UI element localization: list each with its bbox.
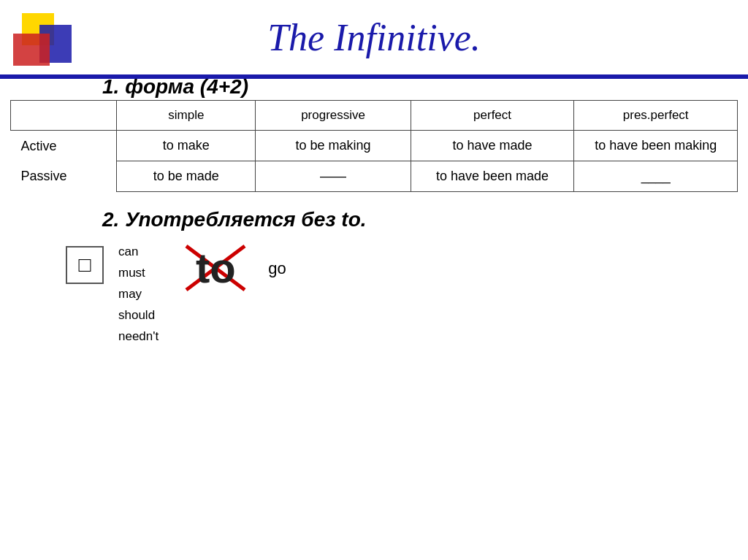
go-word: go [268,259,286,278]
active-voice-label: Active [11,131,117,161]
modal-word-must: must [118,263,159,284]
crossed-to-symbol: to [179,239,252,297]
modal-word-should: should [118,305,159,326]
header-simple: simple [117,101,256,131]
modal-word-neednt: needn't [118,326,159,348]
header-progressive: progressive [256,101,411,131]
blue-divider [0,74,748,79]
passive-perfect: to have been made [411,161,574,192]
deco-red-square [13,34,50,66]
infinitive-table: simple progressive perfect pres.perfect … [10,100,738,192]
modal-words-list: can must may should needn't [118,242,159,347]
header-pres-perfect: pres.perfect [574,101,738,131]
table-row-passive: Passive to be made —— to have been made … [11,161,738,192]
passive-progressive: —— [256,161,411,192]
active-perfect: to have made [411,131,574,161]
infinitive-table-wrapper: simple progressive perfect pres.perfect … [0,100,748,192]
passive-simple: to be made [117,161,256,192]
modal-icon-symbol: □ [79,253,91,277]
to-text: to [196,247,236,289]
passive-pres-perfect: ____ [574,161,738,192]
active-progressive: to be making [256,131,411,161]
table-row-active: Active to make to be making to have made… [11,131,738,161]
main-title: The Infinitive. [0,0,748,66]
section2-heading: 2. Употребляется без to. [0,208,748,231]
passive-voice-label: Passive [11,161,117,192]
page: The Infinitive. 1. форма (4+2) simple pr… [0,0,748,560]
decorative-squares [13,13,79,72]
active-simple: to make [117,131,256,161]
modal-word-may: may [118,284,159,305]
modal-word-can: can [118,242,159,263]
modal-icon-box: □ [66,246,104,284]
table-header-row: simple progressive perfect pres.perfect [11,101,738,131]
active-pres-perfect: to have been making [574,131,738,161]
header-voice [11,101,117,131]
section2-content: □ can must may should needn't to go [0,239,748,347]
header-perfect: perfect [411,101,574,131]
